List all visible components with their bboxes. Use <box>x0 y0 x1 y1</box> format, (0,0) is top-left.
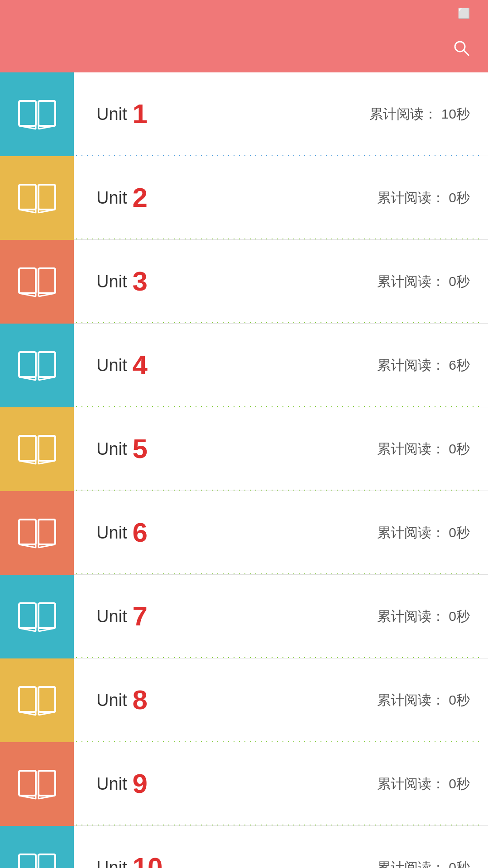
unit-info-1: Unit 1 累计阅读： 10秒 <box>74 100 488 128</box>
unit-number-6: 6 <box>133 519 148 546</box>
reading-time-5: 0秒 <box>449 441 470 456</box>
svg-rect-26 <box>19 436 36 461</box>
unit-reading-5: 累计阅读： 0秒 <box>377 440 470 458</box>
reading-time-3: 0秒 <box>449 274 470 289</box>
unit-word-7: Unit <box>96 607 127 626</box>
unit-info-9: Unit 9 累计阅读： 0秒 <box>74 770 488 797</box>
svg-rect-21 <box>38 352 55 377</box>
unit-reading-4: 累计阅读： 6秒 <box>377 356 470 375</box>
unit-number-1: 1 <box>133 100 148 128</box>
unit-icon-box-7 <box>0 575 74 658</box>
unit-info-4: Unit 4 累计阅读： 6秒 <box>74 352 488 379</box>
unit-label-6: Unit 6 <box>96 519 148 546</box>
unit-info-7: Unit 7 累计阅读： 0秒 <box>74 603 488 630</box>
unit-label-7: Unit 7 <box>96 603 148 630</box>
unit-word-6: Unit <box>96 523 127 543</box>
svg-rect-39 <box>38 603 55 628</box>
unit-word-5: Unit <box>96 439 127 459</box>
svg-rect-57 <box>38 854 55 868</box>
unit-number-4: 4 <box>133 352 148 379</box>
unit-reading-2: 累计阅读： 0秒 <box>377 189 470 207</box>
unit-reading-8: 累计阅读： 0秒 <box>377 691 470 710</box>
status-right: ⬜ <box>458 8 474 19</box>
svg-rect-15 <box>38 268 55 293</box>
unit-icon-box-6 <box>0 491 74 575</box>
unit-icon-box-1 <box>0 72 74 156</box>
reading-label-3: 累计阅读： <box>377 274 445 289</box>
reading-time-1: 10秒 <box>441 106 470 121</box>
svg-rect-2 <box>19 101 36 126</box>
unit-label-1: Unit 1 <box>96 100 148 128</box>
header <box>0 27 488 72</box>
reading-label-2: 累计阅读： <box>377 190 445 205</box>
unit-label-9: Unit 9 <box>96 770 148 797</box>
unit-number-5: 5 <box>133 435 148 463</box>
unit-label-3: Unit 3 <box>96 268 148 295</box>
battery-icon: ⬜ <box>458 8 470 19</box>
unit-item-4[interactable]: Unit 4 累计阅读： 6秒 <box>0 324 488 407</box>
status-bar: ⬜ <box>0 0 488 27</box>
reading-label-9: 累计阅读： <box>377 776 445 791</box>
unit-reading-1: 累计阅读： 10秒 <box>369 105 470 124</box>
unit-word-4: Unit <box>96 356 127 375</box>
reading-time-9: 0秒 <box>449 776 470 791</box>
unit-number-7: 7 <box>133 603 148 630</box>
reading-label-1: 累计阅读： <box>369 106 437 121</box>
reading-time-4: 6秒 <box>449 358 470 372</box>
unit-word-9: Unit <box>96 774 127 794</box>
svg-rect-20 <box>19 352 36 377</box>
unit-item-9[interactable]: Unit 9 累计阅读： 0秒 <box>0 742 488 826</box>
unit-reading-6: 累计阅读： 0秒 <box>377 524 470 542</box>
svg-rect-50 <box>19 771 36 796</box>
svg-rect-27 <box>38 436 55 461</box>
unit-icon-box-2 <box>0 156 74 240</box>
unit-word-1: Unit <box>96 105 127 124</box>
unit-info-10: Unit 10 累计阅读： 0秒 <box>74 854 488 868</box>
unit-word-8: Unit <box>96 691 127 710</box>
svg-rect-3 <box>38 101 55 126</box>
svg-rect-45 <box>38 687 55 712</box>
unit-word-10: Unit <box>96 858 127 868</box>
svg-rect-8 <box>19 185 36 210</box>
unit-label-10: Unit 10 <box>96 854 163 868</box>
svg-rect-32 <box>19 520 36 544</box>
unit-item-1[interactable]: Unit 1 累计阅读： 10秒 <box>0 72 488 156</box>
unit-info-5: Unit 5 累计阅读： 0秒 <box>74 435 488 463</box>
unit-word-2: Unit <box>96 188 127 208</box>
reading-time-8: 0秒 <box>449 692 470 707</box>
unit-item-10[interactable]: Unit 10 累计阅读： 0秒 <box>0 826 488 868</box>
unit-item-8[interactable]: Unit 8 累计阅读： 0秒 <box>0 658 488 742</box>
unit-info-6: Unit 6 累计阅读： 0秒 <box>74 519 488 546</box>
unit-label-5: Unit 5 <box>96 435 148 463</box>
unit-item-3[interactable]: Unit 3 累计阅读： 0秒 <box>0 240 488 324</box>
unit-item-7[interactable]: Unit 7 累计阅读： 0秒 <box>0 575 488 658</box>
unit-label-2: Unit 2 <box>96 184 148 211</box>
search-icon[interactable] <box>453 39 470 61</box>
svg-rect-14 <box>19 268 36 293</box>
reading-time-10: 0秒 <box>449 860 470 868</box>
reading-label-7: 累计阅读： <box>377 609 445 624</box>
svg-rect-56 <box>19 854 36 868</box>
content-area: Unit 1 累计阅读： 10秒 Unit 2 累计阅读： 0秒 <box>0 72 488 868</box>
unit-icon-box-9 <box>0 742 74 826</box>
svg-rect-33 <box>38 520 55 544</box>
unit-icon-box-4 <box>0 324 74 407</box>
svg-rect-9 <box>38 185 55 210</box>
reading-label-4: 累计阅读： <box>377 358 445 372</box>
unit-number-8: 8 <box>133 687 148 714</box>
unit-reading-10: 累计阅读： 0秒 <box>377 858 470 868</box>
unit-icon-box-10 <box>0 826 74 868</box>
unit-number-10: 10 <box>133 854 163 868</box>
unit-info-8: Unit 8 累计阅读： 0秒 <box>74 687 488 714</box>
unit-icon-box-5 <box>0 407 74 491</box>
svg-rect-51 <box>38 771 55 796</box>
reading-label-6: 累计阅读： <box>377 525 445 540</box>
unit-info-2: Unit 2 累计阅读： 0秒 <box>74 184 488 211</box>
unit-reading-7: 累计阅读： 0秒 <box>377 607 470 626</box>
unit-item-5[interactable]: Unit 5 累计阅读： 0秒 <box>0 407 488 491</box>
svg-rect-38 <box>19 603 36 628</box>
unit-item-2[interactable]: Unit 2 累计阅读： 0秒 <box>0 156 488 240</box>
unit-item-6[interactable]: Unit 6 累计阅读： 0秒 <box>0 491 488 575</box>
reading-time-7: 0秒 <box>449 609 470 624</box>
reading-label-10: 累计阅读： <box>377 860 445 868</box>
